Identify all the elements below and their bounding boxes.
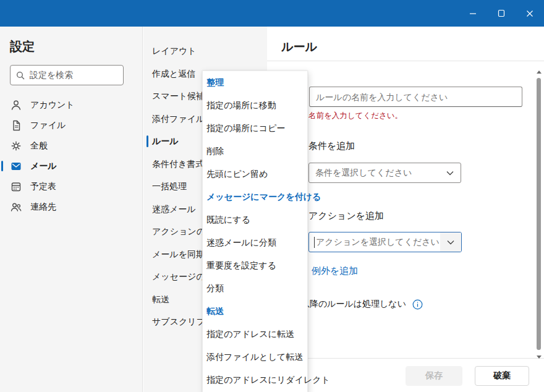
- settings-title: 設定: [10, 38, 35, 55]
- sidebar-item-mail[interactable]: メール: [0, 156, 142, 176]
- chevron-down-icon: [447, 240, 454, 245]
- scroll-down-arrow[interactable]: [537, 356, 542, 359]
- sidebar-item-contacts[interactable]: 連絡先: [0, 197, 142, 217]
- search-input[interactable]: 設定を検索: [10, 65, 124, 85]
- search-icon: [15, 70, 25, 80]
- minimize-icon: [469, 10, 477, 17]
- action-section-label: アクションを追加: [308, 210, 384, 222]
- close-icon: [526, 10, 533, 17]
- menu-item-move-to[interactable]: 指定の場所に移動: [203, 94, 307, 117]
- menu-item-mark-read[interactable]: 既読にする: [203, 208, 307, 231]
- scrollbar[interactable]: [535, 68, 543, 360]
- calendar-icon: [10, 181, 22, 193]
- action-select-value: アクションを選択してください: [316, 237, 440, 248]
- sidebar-items: アカウント ファイル 全般 メール 予定表 連絡先: [0, 95, 142, 217]
- sidebar-item-files[interactable]: ファイル: [0, 115, 142, 135]
- sidebar-item-label: 予定表: [30, 181, 56, 192]
- sidebar-item-label: 全般: [30, 140, 48, 151]
- titlebar: [0, 0, 544, 27]
- selection-indicator: [147, 135, 148, 147]
- selection-indicator: [1, 161, 3, 171]
- action-select[interactable]: アクションを選択してください: [308, 232, 462, 252]
- menu-item-redirect-to[interactable]: 指定のアドレスにリダイレクト: [203, 369, 307, 391]
- settings-sidebar: 設定 設定を検索 アカウント ファイル 全般 メール: [0, 27, 143, 392]
- discard-button[interactable]: 破棄: [475, 366, 529, 386]
- save-button[interactable]: 保存: [406, 366, 462, 386]
- menu-item-delete[interactable]: 削除: [203, 140, 307, 163]
- sidebar-item-calendar[interactable]: 予定表: [0, 176, 142, 197]
- condition-section-label: 条件を追加: [308, 140, 355, 152]
- scroll-up-arrow[interactable]: [537, 70, 542, 74]
- sidebar-item-label: ファイル: [30, 120, 66, 131]
- gear-icon: [10, 140, 22, 152]
- menu-header-forward: 転送: [203, 300, 307, 323]
- maximize-icon: [498, 9, 505, 17]
- rule-actions-menu: 整理 指定の場所に移動 指定の場所にコピー 削除 先頭にピン留め メッセージにマ…: [202, 70, 308, 392]
- person-icon: [10, 99, 22, 111]
- menu-item-mark-junk[interactable]: 迷惑メールに分類: [203, 231, 307, 254]
- sidebar-item-label: メール: [30, 161, 57, 172]
- add-exception-link[interactable]: 例外を追加: [312, 265, 358, 277]
- rule-name-input[interactable]: [309, 87, 522, 107]
- rules-panel: ルール 名前を入力してください。 条件を追加 条件を選択してください アクション…: [267, 27, 544, 392]
- document-icon: [10, 119, 22, 132]
- menu-item-copy-to[interactable]: 指定の場所にコピー: [203, 117, 307, 140]
- condition-select[interactable]: 条件を選択してください: [308, 163, 461, 183]
- menu-item-forward-to[interactable]: 指定のアドレスに転送: [203, 323, 307, 346]
- sidebar-item-label: アカウント: [30, 100, 75, 111]
- menu-item-pin[interactable]: 先頭にピン留め: [203, 163, 307, 185]
- maximize-button[interactable]: [487, 0, 516, 27]
- minimize-button[interactable]: [459, 0, 487, 27]
- text-cursor: [314, 237, 315, 248]
- sidebar-item-general[interactable]: 全般: [0, 135, 142, 156]
- settings-window: 設定 設定を検索 アカウント ファイル 全般 メール: [0, 0, 544, 392]
- page-title: ルール: [281, 39, 317, 55]
- nav-item-layout[interactable]: レイアウト: [143, 40, 267, 62]
- people-icon: [10, 201, 22, 213]
- chevron-down-icon: [446, 171, 454, 176]
- divider: [267, 358, 544, 359]
- menu-header-mark-message: メッセージにマークを付ける: [203, 185, 307, 208]
- sidebar-item-account[interactable]: アカウント: [0, 95, 142, 115]
- rule-name-error: 名前を入力してください。: [308, 111, 402, 121]
- menu-item-forward-as-attachment[interactable]: 添付ファイルとして転送: [203, 346, 307, 369]
- menu-item-categorize[interactable]: 分類: [203, 277, 307, 300]
- condition-select-value: 条件を選択してください: [315, 168, 440, 179]
- divider: [267, 61, 544, 61]
- scrollbar-thumb[interactable]: [537, 78, 541, 350]
- info-icon[interactable]: [412, 299, 423, 310]
- menu-header-organize: 整理: [203, 71, 307, 94]
- search-placeholder: 設定を検索: [30, 70, 73, 81]
- menu-item-set-importance[interactable]: 重要度を設定する: [203, 254, 307, 277]
- close-button[interactable]: [516, 0, 544, 27]
- mail-icon: [10, 160, 22, 173]
- sidebar-item-label: 連絡先: [30, 202, 56, 213]
